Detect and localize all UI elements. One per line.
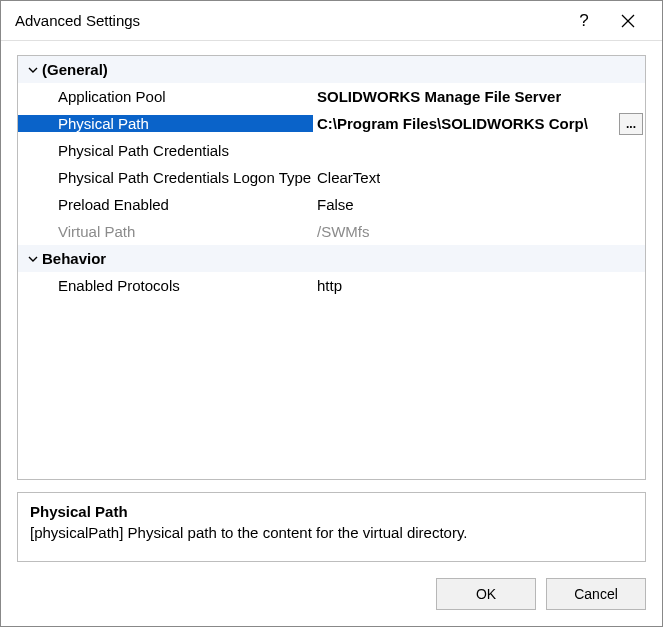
chevron-down-icon xyxy=(18,61,40,78)
property-label: Physical Path Credentials xyxy=(18,142,313,159)
property-row[interactable]: Physical Path Credentials xyxy=(18,137,645,164)
property-label: Preload Enabled xyxy=(18,196,313,213)
help-button[interactable]: ? xyxy=(562,1,606,41)
property-row[interactable]: Preload EnabledFalse xyxy=(18,191,645,218)
help-title: Physical Path xyxy=(30,503,633,520)
property-value-text: C:\Program Files\SOLIDWORKS Corp\ xyxy=(317,115,588,132)
category-header[interactable]: (General) xyxy=(18,56,645,83)
property-value-text: SOLIDWORKS Manage File Server xyxy=(317,88,561,105)
chevron-down-icon xyxy=(18,250,40,267)
property-value: /SWMfs xyxy=(313,223,645,240)
window-title: Advanced Settings xyxy=(15,12,562,29)
property-grid: (General)Application PoolSOLIDWORKS Mana… xyxy=(17,55,646,480)
content-area: (General)Application PoolSOLIDWORKS Mana… xyxy=(1,41,662,626)
property-label: Physical Path Credentials Logon Type xyxy=(18,169,313,186)
property-label: Enabled Protocols xyxy=(18,277,313,294)
close-icon xyxy=(621,14,635,28)
help-icon: ? xyxy=(579,11,588,31)
titlebar: Advanced Settings ? xyxy=(1,1,662,41)
property-row[interactable]: Application PoolSOLIDWORKS Manage File S… xyxy=(18,83,645,110)
button-row: OK Cancel xyxy=(17,578,646,614)
property-row[interactable]: Virtual Path/SWMfs xyxy=(18,218,645,245)
cancel-button[interactable]: Cancel xyxy=(546,578,646,610)
ok-button[interactable]: OK xyxy=(436,578,536,610)
property-label: Virtual Path xyxy=(18,223,313,240)
property-value[interactable]: SOLIDWORKS Manage File Server xyxy=(313,88,645,105)
property-value-text: /SWMfs xyxy=(317,223,370,240)
category-label: (General) xyxy=(40,61,108,78)
property-value[interactable]: ClearText xyxy=(313,169,645,186)
category-header[interactable]: Behavior xyxy=(18,245,645,272)
property-value-text: http xyxy=(317,277,342,294)
help-panel: Physical Path [physicalPath] Physical pa… xyxy=(17,492,646,562)
property-value[interactable]: False xyxy=(313,196,645,213)
property-row[interactable]: Enabled Protocolshttp xyxy=(18,272,645,299)
property-value-text: ClearText xyxy=(317,169,380,186)
property-value-text: False xyxy=(317,196,354,213)
help-description: [physicalPath] Physical path to the cont… xyxy=(30,524,633,541)
close-button[interactable] xyxy=(606,1,650,41)
property-row[interactable]: Physical Path Credentials Logon TypeClea… xyxy=(18,164,645,191)
property-value[interactable]: http xyxy=(313,277,645,294)
property-value[interactable]: C:\Program Files\SOLIDWORKS Corp\... xyxy=(313,113,645,135)
property-row[interactable]: Physical PathC:\Program Files\SOLIDWORKS… xyxy=(18,110,645,137)
category-label: Behavior xyxy=(40,250,106,267)
property-label: Physical Path xyxy=(18,115,313,132)
property-label: Application Pool xyxy=(18,88,313,105)
browse-button[interactable]: ... xyxy=(619,113,643,135)
